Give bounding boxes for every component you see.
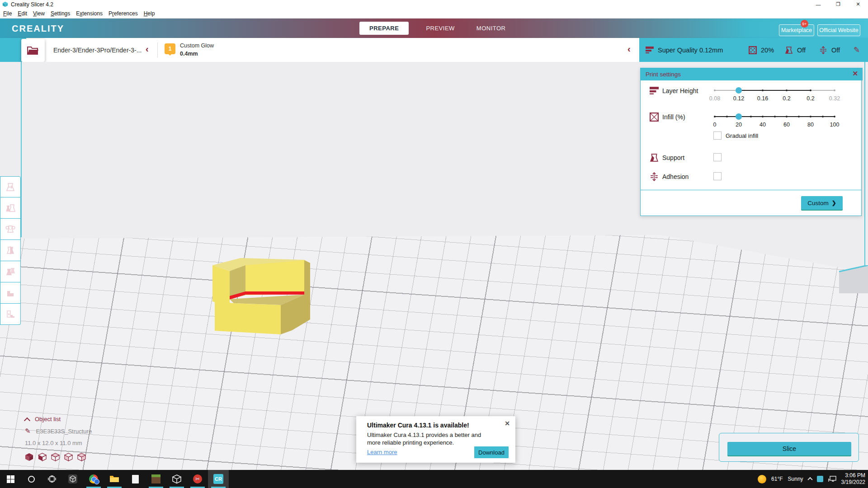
taskbar-clock[interactable]: 3:06 PM 3/19/2022 [841, 472, 865, 486]
print-settings-title: Print settings [646, 71, 681, 78]
menu-item-file[interactable]: File [3, 10, 12, 17]
tab-monitor[interactable]: MONITOR [472, 22, 510, 35]
close-button[interactable]: ✕ [848, 0, 868, 9]
menu-item-settings[interactable]: Settings [51, 10, 70, 17]
infill-slider[interactable] [715, 113, 835, 120]
object-list-toggle[interactable]: Object list [25, 416, 92, 422]
menu-item-preferences[interactable]: Preferences [108, 10, 138, 17]
dialog-close-icon[interactable]: ✕ [505, 420, 510, 427]
print-settings-panel: Print settings ✕ Layer Height 0.08 0.12 … [640, 68, 862, 216]
weather-sun-icon [758, 475, 766, 483]
support-icon [785, 46, 793, 54]
view-3d-button[interactable] [25, 453, 33, 461]
view-top-button[interactable] [51, 453, 60, 461]
material-selector[interactable]: Custom Glow 0.4mm [180, 42, 214, 58]
weather-condition[interactable]: Sunny [788, 476, 803, 482]
menu-item-help[interactable]: Help [144, 10, 155, 17]
unity-hub-button[interactable] [62, 470, 83, 488]
print-settings-summary-bar[interactable]: Super Quality 0.12mm 20% Off Off ✎ [639, 38, 868, 62]
printer-collapse-chevron-icon[interactable]: ‹ [146, 44, 149, 54]
slice-button[interactable]: Slice [727, 442, 851, 455]
gradual-infill-checkbox[interactable] [713, 131, 722, 140]
rotate-tool-button[interactable] [0, 219, 21, 240]
per-model-settings-tool-button[interactable] [0, 261, 21, 282]
notepad-icon [132, 475, 139, 483]
support-summary: Off [797, 47, 806, 54]
creality-logo: CREALITY [12, 23, 64, 34]
support-checkbox[interactable] [713, 153, 722, 161]
minecraft-button[interactable] [146, 470, 166, 488]
custom-supports-tool-button[interactable] [0, 304, 21, 325]
network-icon[interactable] [828, 476, 836, 483]
settings-collapse-chevron-icon[interactable]: ‹ [627, 44, 631, 54]
tray-expand-chevron-icon[interactable] [807, 477, 812, 482]
title-bar: Creality Slicer 4.2 — ❐ ✕ [0, 0, 868, 9]
marketplace-button[interactable]: Marketplace [779, 24, 814, 36]
main-header: CREALITY PREPARE PREVIEW MONITOR [0, 19, 868, 38]
scissors-icon: ✂ [193, 474, 202, 483]
start-button[interactable] [0, 470, 21, 488]
support-label: Support [662, 154, 684, 161]
official-website-button[interactable]: Official Website [817, 24, 860, 36]
infill-row-icon [650, 113, 659, 122]
task-view-button[interactable] [42, 470, 62, 488]
cortana-button[interactable] [21, 470, 42, 488]
open-file-button[interactable] [21, 39, 45, 62]
model-3d[interactable] [206, 251, 323, 341]
move-tool-button[interactable] [0, 176, 21, 197]
mirror-tool-button[interactable] [0, 240, 21, 261]
layer-height-label: Layer Height [662, 87, 698, 94]
layer-height-slider-handle[interactable] [736, 87, 742, 94]
tray-time: 3:06 PM [841, 472, 865, 479]
custom-settings-button[interactable]: Custom ❯ [801, 196, 843, 210]
layer-height-slider[interactable] [715, 87, 835, 94]
tab-prepare[interactable]: PREPARE [359, 22, 409, 35]
notepad-button[interactable] [125, 470, 146, 488]
support-row-icon [650, 153, 659, 162]
menu-bar: File Edit View Settings Extensions Prefe… [0, 9, 868, 19]
infill-slider-handle[interactable] [736, 113, 742, 120]
build-volume-edge-right [864, 62, 865, 271]
dialog-body: Ultimaker Cura 4.13.1 provides a better … [367, 431, 494, 446]
tray-date: 3/19/2022 [841, 479, 865, 486]
scale-tool-button[interactable] [0, 197, 21, 219]
file-explorer-icon [109, 475, 119, 483]
snipping-app-button[interactable]: ✂ [187, 470, 208, 488]
extruder-badge[interactable]: 1 [165, 43, 175, 54]
creality-tray-icon[interactable] [817, 476, 823, 482]
minimize-button[interactable]: — [808, 0, 828, 9]
download-button[interactable]: Download [474, 446, 509, 458]
chrome-button[interactable] [83, 470, 104, 488]
restore-button[interactable]: ❐ [828, 0, 848, 9]
slice-panel: Slice [719, 433, 859, 462]
build-plate-corner [839, 265, 868, 293]
unity-hub-icon [68, 474, 78, 484]
object-list-item[interactable]: ✎ E3E3E33S_Structure [25, 427, 92, 435]
print-settings-header[interactable]: Print settings ✕ [640, 68, 863, 80]
creality-slicer-taskbar-button[interactable]: CR [208, 470, 229, 488]
printer-selector[interactable]: Ender-3/Ender-3Pro/Ender-3-... [53, 38, 157, 62]
adhesion-checkbox[interactable] [713, 172, 722, 180]
infill-summary: 20% [761, 47, 774, 54]
creality-slicer-window: Creality Slicer 4.2 — ❐ ✕ File Edit View… [0, 0, 868, 488]
print-settings-close-icon[interactable]: ✕ [852, 70, 858, 78]
windows-taskbar: ✂ CR 61°F Sunny 3:06 PM 3/19/2022 [0, 470, 868, 488]
view-left-button[interactable] [64, 453, 73, 461]
support-blocker-tool-button[interactable] [0, 282, 21, 304]
system-tray: 61°F Sunny 3:06 PM 3/19/2022 [758, 470, 865, 488]
menu-item-view[interactable]: View [33, 10, 45, 17]
tab-preview[interactable]: PREVIEW [421, 22, 459, 35]
menu-item-edit[interactable]: Edit [18, 10, 27, 17]
weather-temp[interactable]: 61°F [771, 476, 783, 482]
view-right-button[interactable] [77, 453, 86, 461]
rename-pencil-icon[interactable]: ✎ [25, 427, 31, 435]
task-view-icon [48, 475, 56, 483]
view-front-button[interactable] [38, 453, 47, 461]
edit-settings-pencil-icon[interactable]: ✎ [854, 45, 860, 55]
chrome-icon [89, 474, 98, 483]
menu-item-extensions[interactable]: Extensions [76, 10, 103, 17]
adhesion-icon [819, 46, 827, 54]
file-explorer-button[interactable] [104, 470, 125, 488]
learn-more-link[interactable]: Learn more [367, 449, 397, 455]
cube-app-button[interactable] [166, 470, 187, 488]
